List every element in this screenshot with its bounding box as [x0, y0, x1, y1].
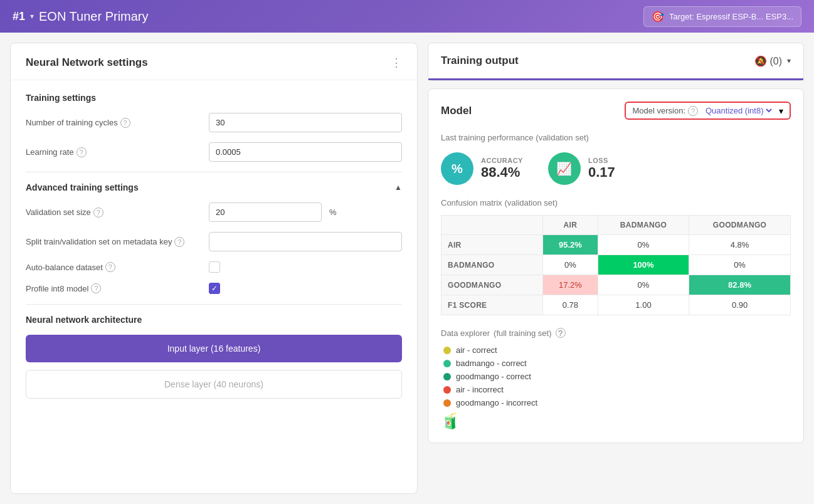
model-version-box: Model version: ? Quantized (int8) Float3… — [625, 102, 791, 120]
learning-rate-row: Learning rate ? — [26, 142, 402, 162]
profile-int8-help-icon[interactable]: ? — [91, 283, 101, 293]
cell-f1-good: 0.90 — [689, 295, 791, 315]
menu-dots-icon[interactable]: ⋮ — [391, 56, 402, 70]
legend-dot-air-correct — [443, 347, 451, 354]
auto-balance-label: Auto-balance dataset ? — [26, 262, 201, 272]
confusion-matrix-section: Confusion matrix (validation set) AIR BA… — [441, 197, 791, 315]
list-item: air - incorrect — [443, 385, 791, 394]
left-panel: Neural Network settings ⋮ Training setti… — [10, 43, 418, 494]
cell-bad-good: 0% — [689, 255, 791, 275]
cell-good-air: 17.2% — [542, 275, 598, 295]
legend-label-air-incorrect: air - incorrect — [456, 385, 504, 394]
confusion-th-goodmango: GOODMANGO — [689, 216, 791, 235]
legend-label-air-correct: air - correct — [456, 345, 497, 355]
split-label: Split train/validation set on metadata k… — [26, 237, 201, 247]
metrics-row: % ACCURACY 88.4% 📈 LOSS 0.17 — [441, 152, 791, 185]
validation-size-row: Validation set size ? % — [26, 202, 402, 222]
validation-size-label: Validation set size ? — [26, 207, 201, 218]
table-row: F1 SCORE 0.78 1.00 0.90 — [441, 295, 791, 315]
legend-label-goodmango-correct: goodmango - correct — [456, 372, 531, 381]
training-output-header: Training output 🔕 (0) ▾ — [428, 43, 803, 80]
profile-int8-row: Profile int8 model ? ✓ — [26, 283, 402, 294]
model-version-select[interactable]: Quantized (int8) Float32 — [703, 105, 774, 116]
split-help-icon[interactable]: ? — [174, 237, 184, 247]
advanced-section-header: Advanced training settings ▲ — [26, 182, 402, 192]
model-title: Model — [441, 105, 472, 117]
bell-icon[interactable]: 🔕 (0) — [754, 55, 782, 67]
advanced-settings-title: Advanced training settings — [26, 182, 139, 192]
legend-label-badmango-correct: badmango - correct — [456, 359, 527, 368]
accuracy-icon: % — [441, 152, 473, 185]
collapse-arrow-icon[interactable]: ▲ — [394, 183, 402, 192]
target-label: Target: Espressif ESP-B... ESP3... — [669, 12, 793, 21]
architecture-title: Neural network architecture — [26, 315, 402, 325]
panel-header: Neural Network settings ⋮ — [11, 43, 417, 80]
table-row: GOODMANGO 17.2% 0% 82.8% — [441, 275, 791, 295]
cycles-input[interactable] — [209, 113, 402, 132]
confusion-matrix-table: AIR BADMANGO GOODMANGO AIR 95.2% 0% 4.8% — [441, 215, 791, 315]
architecture-section: Neural network architecture Input layer … — [26, 315, 402, 399]
model-card: Model Model version: ? Quantized (int8) … — [428, 88, 804, 443]
model-header: Model Model version: ? Quantized (int8) … — [441, 102, 791, 120]
training-output-dropdown-icon[interactable]: ▾ — [787, 56, 791, 65]
cell-air-air: 95.2% — [542, 235, 598, 255]
learning-rate-input[interactable] — [209, 142, 402, 162]
legend-label-goodmango-incorrect: goodmango - incorrect — [456, 398, 537, 407]
confusion-th-air: AIR — [542, 216, 598, 235]
main-layout: Neural Network settings ⋮ Training setti… — [0, 33, 814, 504]
target-info[interactable]: 🎯 Target: Espressif ESP-B... ESP3... — [643, 6, 801, 27]
confusion-th-badmango: BADMANGO — [598, 216, 689, 235]
legend-dot-air-incorrect — [443, 386, 451, 394]
confusion-th-empty — [441, 216, 543, 235]
loss-value: 0.17 — [588, 164, 615, 181]
split-input[interactable] — [209, 232, 402, 251]
loss-label: LOSS — [588, 157, 615, 164]
cell-bad-air: 0% — [542, 255, 598, 275]
auto-balance-row: Auto-balance dataset ? — [26, 261, 402, 273]
table-row: BADMANGO 0% 100% 0% — [441, 255, 791, 275]
model-version-label: Model version: ? — [632, 106, 698, 116]
model-version-help-icon[interactable]: ? — [688, 106, 698, 116]
cycles-row: Number of training cycles ? — [26, 113, 402, 132]
data-explorer-title: Data explorer (full training set) ? — [441, 328, 791, 338]
profile-int8-label: Profile int8 model ? — [26, 283, 201, 293]
cycles-help-icon[interactable]: ? — [120, 118, 130, 128]
row-label-f1: F1 SCORE — [441, 295, 543, 315]
confusion-matrix-title: Confusion matrix (validation set) — [441, 197, 791, 207]
loss-icon: 📈 — [548, 152, 581, 185]
data-explorer-section: Data explorer (full training set) ? air … — [441, 328, 791, 430]
cell-air-bad: 0% — [598, 235, 689, 255]
data-explorer-help-icon[interactable]: ? — [556, 328, 566, 338]
dense-layer-button[interactable]: Dense layer (40 neurons) — [26, 370, 402, 399]
table-row: AIR 95.2% 0% 4.8% — [441, 235, 791, 255]
loss-metric: 📈 LOSS 0.17 — [548, 152, 615, 185]
learning-rate-help-icon[interactable]: ? — [77, 147, 87, 157]
last-training-section: Last training performance (validation se… — [441, 132, 791, 185]
auto-balance-checkbox[interactable] — [209, 261, 220, 273]
header: #1 ▾ EON Tuner Primary 🎯 Target: Espress… — [0, 0, 814, 33]
split-row: Split train/validation set on metadata k… — [26, 232, 402, 251]
profile-int8-checkbox[interactable]: ✓ — [209, 283, 220, 294]
row-label-badmango: BADMANGO — [441, 255, 543, 275]
row-label-air: AIR — [441, 235, 543, 255]
list-item: air - correct — [443, 345, 791, 355]
cell-good-good: 82.8% — [689, 275, 791, 295]
training-output-card: Training output 🔕 (0) ▾ — [428, 43, 804, 81]
cell-bad-bad: 100% — [598, 255, 689, 275]
learning-rate-label: Learning rate ? — [26, 147, 201, 157]
input-layer-button[interactable]: Input layer (16 features) — [26, 335, 402, 362]
list-item: badmango - correct — [443, 359, 791, 368]
training-output-title: Training output — [441, 55, 519, 67]
row-label-goodmango: GOODMANGO — [441, 275, 543, 295]
validation-size-input[interactable] — [209, 202, 322, 222]
panel-title: Neural Network settings — [26, 56, 148, 69]
header-left: #1 ▾ EON Tuner Primary — [13, 9, 149, 24]
accuracy-value: 88.4% — [481, 164, 523, 181]
auto-balance-help-icon[interactable]: ? — [105, 262, 115, 272]
job-dropdown-icon[interactable]: ▾ — [30, 12, 34, 21]
confusion-header-row: AIR BADMANGO GOODMANGO — [441, 216, 791, 235]
cell-good-bad: 0% — [598, 275, 689, 295]
model-version-dropdown-icon: ▾ — [779, 106, 783, 116]
validation-size-help-icon[interactable]: ? — [93, 207, 103, 218]
legend-dot-goodmango-incorrect — [443, 399, 451, 407]
